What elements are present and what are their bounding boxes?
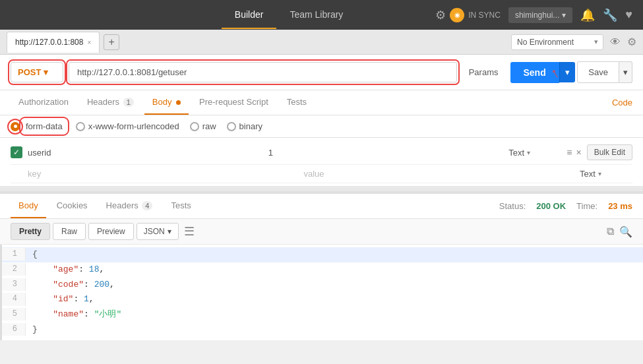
subtab-tests[interactable]: Tests bbox=[279, 90, 315, 115]
form-row-userid: ✓ userid 1 Text ▾ ≡ × Bulk Edit bbox=[11, 140, 632, 165]
tab-url-label: http://127.0.0.1:808 bbox=[15, 38, 83, 47]
subtab-authorization[interactable]: Authorization bbox=[11, 90, 77, 115]
settings-sync-icon[interactable]: ⚙ bbox=[435, 8, 446, 22]
code-link[interactable]: Code bbox=[612, 98, 632, 107]
search-button[interactable]: 🔍 bbox=[619, 226, 632, 238]
userid-actions: ≡ × bbox=[566, 147, 581, 158]
urlencoded-label: x-www-form-urlencoded bbox=[88, 121, 179, 131]
wrap-icon[interactable]: ☰ bbox=[184, 224, 195, 239]
url-row: POST ▾ Params Send ▾ Save ▾ bbox=[11, 61, 632, 83]
resp-tab-cookies[interactable]: Cookies bbox=[49, 194, 96, 218]
raw-option[interactable]: raw bbox=[190, 121, 216, 131]
headers-badge: 1 bbox=[123, 98, 134, 107]
form-data-table: ✓ userid 1 Text ▾ ≡ × Bulk Edit key valu… bbox=[0, 138, 643, 186]
tab-right-actions: No Environment 👁 ⚙ bbox=[511, 34, 636, 50]
bell-icon[interactable]: 🔔 bbox=[580, 8, 595, 22]
wrench-icon[interactable]: 🔧 bbox=[603, 8, 617, 22]
eye-icon[interactable]: 👁 bbox=[610, 36, 621, 48]
request-subtabs: Authorization Headers 1 Body Pre-request… bbox=[0, 90, 643, 115]
subtab-body[interactable]: Body bbox=[144, 90, 189, 115]
heart-icon[interactable]: ♥ bbox=[625, 8, 632, 22]
nav-tab-team-library[interactable]: Team Library bbox=[276, 1, 356, 29]
binary-option[interactable]: binary bbox=[227, 121, 262, 131]
urlencoded-option[interactable]: x-www-form-urlencoded bbox=[76, 121, 179, 131]
json-line-2: 2 "age": 18, bbox=[2, 262, 643, 278]
form-data-option[interactable]: form-data bbox=[11, 121, 65, 132]
environment-select[interactable]: No Environment bbox=[511, 34, 603, 50]
nav-right-area: ⚙ ◉ IN SYNC shiminghui... ▾ 🔔 🔧 ♥ bbox=[435, 7, 632, 23]
line-content-6: } bbox=[26, 323, 38, 337]
nav-tab-builder[interactable]: Builder bbox=[222, 1, 277, 29]
line-content-4: "id": 1, bbox=[26, 293, 94, 307]
json-line-6: 6 } bbox=[2, 322, 643, 338]
close-tab-button[interactable]: × bbox=[87, 39, 91, 46]
resp-tab-tests[interactable]: Tests bbox=[163, 194, 199, 218]
save-button[interactable]: Save bbox=[577, 61, 619, 83]
json-line-4: 4 "id": 1, bbox=[2, 292, 643, 307]
method-chevron-icon: ▾ bbox=[44, 67, 48, 77]
userid-type-label: Text bbox=[508, 148, 524, 158]
time-value: 23 ms bbox=[608, 201, 632, 211]
delete-icon[interactable]: × bbox=[576, 147, 581, 158]
user-label: shiminghui... bbox=[515, 11, 559, 20]
line-num-3: 3 bbox=[2, 278, 26, 291]
nav-tabs: Builder Team Library bbox=[142, 1, 435, 29]
bulk-edit-button[interactable]: Bulk Edit bbox=[587, 144, 632, 160]
response-status-area: Status: 200 OK Time: 23 ms bbox=[499, 201, 632, 211]
binary-label: binary bbox=[239, 121, 262, 131]
user-menu-button[interactable]: shiminghui... ▾ bbox=[508, 7, 572, 23]
save-dropdown-button[interactable]: ▾ bbox=[619, 61, 632, 83]
body-type-row: form-data x-www-form-urlencoded raw bina… bbox=[0, 115, 643, 138]
userid-type-dropdown[interactable]: ▾ bbox=[527, 149, 530, 156]
url-input[interactable] bbox=[69, 62, 457, 82]
form-row-empty: key value Text ▾ bbox=[11, 165, 632, 183]
json-line-1: 1 { bbox=[2, 247, 643, 262]
raw-radio[interactable] bbox=[190, 122, 199, 131]
body-dot bbox=[176, 100, 181, 105]
copy-button[interactable]: ⧉ bbox=[607, 226, 614, 237]
settings-icon[interactable]: ⚙ bbox=[627, 36, 636, 48]
pretty-button[interactable]: Pretty bbox=[11, 223, 50, 240]
method-label: POST bbox=[18, 67, 41, 77]
json-line-3: 3 "code": 200, bbox=[2, 278, 643, 293]
resp-tab-headers[interactable]: Headers 4 bbox=[98, 194, 161, 218]
section-divider bbox=[0, 186, 643, 191]
line-content-5: "name": "小明" bbox=[26, 308, 121, 322]
subtab-headers[interactable]: Headers 1 bbox=[79, 90, 142, 115]
more-options-icon[interactable]: ≡ bbox=[566, 147, 572, 158]
request-tab[interactable]: http://127.0.0.1:808 × bbox=[7, 32, 100, 53]
empty-key[interactable]: key bbox=[28, 169, 299, 179]
binary-radio[interactable] bbox=[227, 122, 236, 131]
empty-type-dropdown[interactable]: ▾ bbox=[598, 170, 601, 177]
sync-area: ⚙ ◉ IN SYNC bbox=[435, 8, 501, 22]
line-num-5: 5 bbox=[2, 308, 26, 320]
line-num-2: 2 bbox=[2, 263, 26, 276]
format-label: JSON bbox=[144, 227, 165, 236]
raw-button[interactable]: Raw bbox=[53, 223, 86, 240]
resp-tab-body[interactable]: Body bbox=[11, 194, 46, 218]
add-tab-button[interactable]: + bbox=[104, 34, 119, 50]
send-dropdown-button[interactable]: ▾ bbox=[559, 62, 575, 82]
main-container: POST ▾ Params Send ▾ Save ▾ ↑ Authorizat… bbox=[0, 55, 643, 364]
params-button[interactable]: Params bbox=[462, 63, 505, 82]
userid-checkbox[interactable]: ✓ bbox=[11, 146, 22, 158]
raw-label: raw bbox=[202, 121, 216, 131]
response-tabs-row: Body Cookies Headers 4 Tests Status: 200… bbox=[0, 194, 643, 219]
response-toolbar: Pretty Raw Preview JSON ▾ ☰ ⧉ 🔍 bbox=[0, 219, 643, 245]
json-line-5: 5 "name": "小明" bbox=[2, 307, 643, 322]
tab-bar: http://127.0.0.1:808 × + No Environment … bbox=[0, 30, 643, 55]
format-selector[interactable]: JSON ▾ bbox=[137, 223, 179, 240]
subtab-prerequest[interactable]: Pre-request Script bbox=[191, 90, 276, 115]
form-data-radio[interactable] bbox=[11, 122, 20, 131]
preview-button[interactable]: Preview bbox=[88, 223, 134, 240]
response-area: Body Cookies Headers 4 Tests Status: 200… bbox=[0, 191, 643, 340]
sync-label: IN SYNC bbox=[468, 11, 501, 20]
chevron-down-icon: ▾ bbox=[562, 11, 566, 20]
format-chevron-icon: ▾ bbox=[168, 227, 171, 236]
form-data-label: form-data bbox=[23, 121, 65, 132]
method-button[interactable]: POST ▾ bbox=[11, 62, 63, 82]
empty-value[interactable]: value bbox=[304, 169, 575, 179]
urlencoded-radio[interactable] bbox=[76, 122, 85, 131]
userid-value: 1 bbox=[268, 148, 504, 158]
empty-type: Text ▾ bbox=[580, 169, 632, 179]
